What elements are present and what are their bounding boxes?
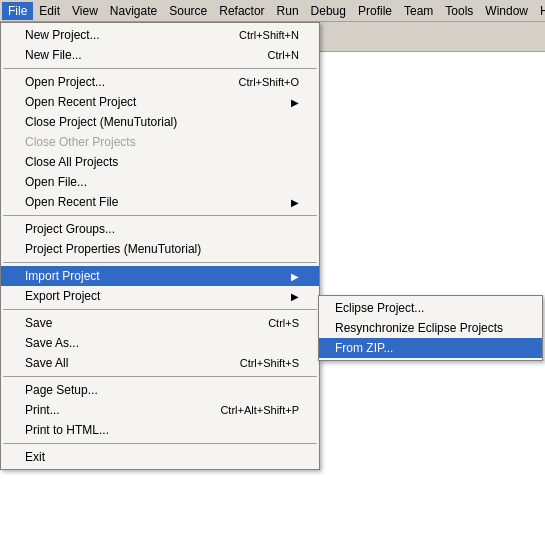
menu-print-to-html-label: Print to HTML... <box>25 423 109 437</box>
menu-new-project[interactable]: New Project... Ctrl+Shift+N <box>1 25 319 45</box>
menu-print-label: Print... <box>25 403 60 417</box>
submenu-resync-eclipse-label: Resynchronize Eclipse Projects <box>335 321 503 335</box>
menu-close-all-projects[interactable]: Close All Projects <box>1 152 319 172</box>
menu-save-shortcut: Ctrl+S <box>268 317 299 329</box>
submenu-resync-eclipse[interactable]: Resynchronize Eclipse Projects <box>319 318 542 338</box>
menu-print[interactable]: Print... Ctrl+Alt+Shift+P <box>1 400 319 420</box>
menu-exit-label: Exit <box>25 450 45 464</box>
menu-new-project-shortcut: Ctrl+Shift+N <box>239 29 299 41</box>
menu-open-project-label: Open Project... <box>25 75 105 89</box>
submenu-eclipse-project[interactable]: Eclipse Project... <box>319 298 542 318</box>
menu-open-recent-file[interactable]: Open Recent File ▶ <box>1 192 319 212</box>
menu-open-recent-project-label: Open Recent Project <box>25 95 136 109</box>
menu-save-label: Save <box>25 316 52 330</box>
menubar-tools[interactable]: Tools <box>439 2 479 20</box>
import-project-submenu: Eclipse Project... Resynchronize Eclipse… <box>318 295 543 361</box>
menu-import-project-label: Import Project <box>25 269 100 283</box>
menu-import-project[interactable]: Import Project ▶ <box>1 266 319 286</box>
menu-save[interactable]: Save Ctrl+S <box>1 313 319 333</box>
menu-export-project[interactable]: Export Project ▶ <box>1 286 319 306</box>
menu-close-project[interactable]: Close Project (MenuTutorial) <box>1 112 319 132</box>
menubar-profile[interactable]: Profile <box>352 2 398 20</box>
menu-sep-1 <box>3 68 317 69</box>
menu-sep-4 <box>3 309 317 310</box>
menu-open-project-shortcut: Ctrl+Shift+O <box>238 76 299 88</box>
menubar: File Edit View Navigate Source Refactor … <box>0 0 545 22</box>
menu-project-properties-label: Project Properties (MenuTutorial) <box>25 242 201 256</box>
menu-open-project[interactable]: Open Project... Ctrl+Shift+O <box>1 72 319 92</box>
menu-exit[interactable]: Exit <box>1 447 319 467</box>
menubar-edit[interactable]: Edit <box>33 2 66 20</box>
menu-close-all-projects-label: Close All Projects <box>25 155 118 169</box>
menubar-debug[interactable]: Debug <box>305 2 352 20</box>
menu-sep-3 <box>3 262 317 263</box>
submenu-arrow-2: ▶ <box>291 197 299 208</box>
menu-open-recent-file-label: Open Recent File <box>25 195 118 209</box>
submenu-arrow-1: ▶ <box>291 97 299 108</box>
menu-save-all-label: Save All <box>25 356 68 370</box>
menu-new-file[interactable]: New File... Ctrl+N <box>1 45 319 65</box>
menubar-view[interactable]: View <box>66 2 104 20</box>
menu-sep-5 <box>3 376 317 377</box>
menu-project-properties[interactable]: Project Properties (MenuTutorial) <box>1 239 319 259</box>
menu-open-recent-project[interactable]: Open Recent Project ▶ <box>1 92 319 112</box>
menu-save-all-shortcut: Ctrl+Shift+S <box>240 357 299 369</box>
menubar-window[interactable]: Window <box>479 2 534 20</box>
menubar-run[interactable]: Run <box>271 2 305 20</box>
menu-close-other-projects-label: Close Other Projects <box>25 135 136 149</box>
submenu-from-zip-label: From ZIP... <box>335 341 393 355</box>
submenu-eclipse-project-label: Eclipse Project... <box>335 301 424 315</box>
menu-print-shortcut: Ctrl+Alt+Shift+P <box>220 404 299 416</box>
menu-open-file[interactable]: Open File... <box>1 172 319 192</box>
menu-close-project-label: Close Project (MenuTutorial) <box>25 115 177 129</box>
file-dropdown-menu: New Project... Ctrl+Shift+N New File... … <box>0 22 320 470</box>
menu-page-setup[interactable]: Page Setup... <box>1 380 319 400</box>
menu-project-groups[interactable]: Project Groups... <box>1 219 319 239</box>
menu-new-project-label: New Project... <box>25 28 100 42</box>
menubar-navigate[interactable]: Navigate <box>104 2 163 20</box>
submenu-arrow-3: ▶ <box>291 271 299 282</box>
menu-print-to-html[interactable]: Print to HTML... <box>1 420 319 440</box>
menubar-file[interactable]: File <box>2 2 33 20</box>
menu-save-as[interactable]: Save As... <box>1 333 319 353</box>
menu-page-setup-label: Page Setup... <box>25 383 98 397</box>
menu-close-other-projects: Close Other Projects <box>1 132 319 152</box>
menu-sep-2 <box>3 215 317 216</box>
menu-new-file-shortcut: Ctrl+N <box>268 49 299 61</box>
menu-save-as-label: Save As... <box>25 336 79 350</box>
menubar-source[interactable]: Source <box>163 2 213 20</box>
menu-export-project-label: Export Project <box>25 289 100 303</box>
menu-sep-6 <box>3 443 317 444</box>
submenu-from-zip[interactable]: From ZIP... <box>319 338 542 358</box>
menu-new-file-label: New File... <box>25 48 82 62</box>
menubar-refactor[interactable]: Refactor <box>213 2 270 20</box>
menubar-help[interactable]: Help <box>534 2 545 20</box>
menu-open-file-label: Open File... <box>25 175 87 189</box>
menubar-team[interactable]: Team <box>398 2 439 20</box>
menu-save-all[interactable]: Save All Ctrl+Shift+S <box>1 353 319 373</box>
menu-project-groups-label: Project Groups... <box>25 222 115 236</box>
submenu-arrow-4: ▶ <box>291 291 299 302</box>
